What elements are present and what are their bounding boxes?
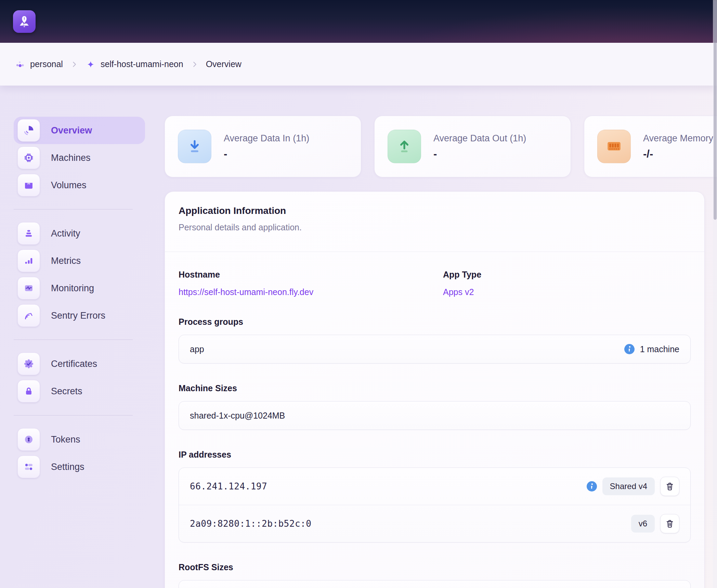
ip-addresses-label: IP addresses xyxy=(179,450,691,460)
pulse-screen-icon xyxy=(17,277,40,299)
sidebar-item-label: Monitoring xyxy=(51,283,94,294)
keyhole-icon xyxy=(17,428,40,451)
stat-cards-row: Average Data In (1h) - Average Data Out … xyxy=(165,116,717,177)
process-group-row: app 1 machine xyxy=(179,335,690,363)
delete-ip-button[interactable] xyxy=(660,477,679,496)
ip-addresses-box: 66.241.124.197 Shared v4 xyxy=(179,468,691,542)
app-type-label: App Type xyxy=(443,270,691,280)
stat-card-data-out: Average Data Out (1h) - xyxy=(374,116,571,177)
cpu-chip-icon xyxy=(17,146,40,169)
ip-address-v6: 2a09:8280:1::2b:b52c:0 xyxy=(190,519,311,529)
hostname-label: Hostname xyxy=(179,270,443,280)
bar-chart-icon xyxy=(17,250,40,272)
card-subtitle: Personal details and application. xyxy=(179,222,691,232)
stat-value: - xyxy=(433,148,526,160)
machine-size-row: shared-1x-cpu@1024MB xyxy=(179,401,690,430)
process-groups-box: app 1 machine xyxy=(179,335,691,363)
sidebar-item-label: Overview xyxy=(51,125,92,136)
sidebar-item-label: Tokens xyxy=(51,434,80,445)
stat-title: Average Data In (1h) xyxy=(224,133,309,144)
package-icon xyxy=(17,174,40,196)
machine-size-value: shared-1x-cpu@1024MB xyxy=(190,411,285,421)
machine-sizes-box: shared-1x-cpu@1024MB xyxy=(179,401,691,430)
sidebar-item-tokens[interactable]: Tokens xyxy=(14,426,145,453)
stat-value: - xyxy=(224,148,309,160)
lock-icon xyxy=(17,380,40,402)
info-icon[interactable] xyxy=(624,344,635,354)
sidebar-item-activity[interactable]: Activity xyxy=(14,220,145,247)
chevron-right-icon xyxy=(70,61,78,68)
organization-icon xyxy=(15,59,25,69)
app-header xyxy=(0,0,717,43)
breadcrumb-org[interactable]: personal xyxy=(15,59,63,69)
ip-type-badge: Shared v4 xyxy=(602,477,655,495)
stat-title: Average Memory xyxy=(643,133,713,144)
sidebar-nav: Overview Machines Volumes xyxy=(14,117,145,481)
fly-logo[interactable] xyxy=(13,10,36,33)
breadcrumb-app-label: self-host-umami-neon xyxy=(101,59,183,69)
sidebar-item-label: Volumes xyxy=(51,180,87,191)
rosette-check-icon xyxy=(17,353,40,375)
sidebar-item-metrics[interactable]: Metrics xyxy=(14,247,145,274)
stat-card-data-in: Average Data In (1h) - xyxy=(165,116,361,177)
breadcrumb-page: Overview xyxy=(206,59,242,69)
fly-balloon-icon xyxy=(17,14,32,29)
info-icon[interactable] xyxy=(587,481,597,491)
stat-card-memory: Average Memory -/- xyxy=(584,116,717,177)
sidebar-item-overview[interactable]: Overview xyxy=(14,117,145,144)
sidebar-item-label: Settings xyxy=(51,462,84,472)
card-title: Application Information xyxy=(179,205,691,216)
process-group-name: app xyxy=(190,344,204,354)
sidebar-item-secrets[interactable]: Secrets xyxy=(14,378,145,405)
sidebar-item-settings[interactable]: Settings xyxy=(14,453,145,481)
breadcrumb: personal self-host-umami-neon Overview xyxy=(0,43,717,86)
stat-title: Average Data Out (1h) xyxy=(433,133,526,144)
sidebar-item-label: Secrets xyxy=(51,386,82,397)
sidebar-item-machines[interactable]: Machines xyxy=(14,144,145,171)
trash-icon xyxy=(665,482,675,491)
scrollbar[interactable] xyxy=(713,0,717,588)
sidebar-item-label: Metrics xyxy=(51,256,81,266)
trash-icon xyxy=(665,519,675,528)
application-information-card: Application Information Personal details… xyxy=(165,191,705,588)
memory-icon xyxy=(597,130,631,163)
upload-icon xyxy=(388,130,421,163)
sidebar-divider xyxy=(14,209,133,209)
delete-ip-button[interactable] xyxy=(660,514,679,533)
sidebar-item-label: Machines xyxy=(51,153,91,163)
sidebar-item-monitoring[interactable]: Monitoring xyxy=(14,274,145,302)
download-icon xyxy=(178,130,211,163)
sentry-icon xyxy=(17,304,40,327)
app-type-link[interactable]: Apps v2 xyxy=(443,287,474,297)
machine-sizes-label: Machine Sizes xyxy=(179,383,691,393)
breadcrumb-page-label: Overview xyxy=(206,59,242,69)
sidebar-item-sentry-errors[interactable]: Sentry Errors xyxy=(14,302,145,329)
chevron-right-icon xyxy=(191,61,198,68)
ip-type-badge: v6 xyxy=(631,515,655,533)
ip-address-v4: 66.241.124.197 xyxy=(190,481,267,491)
breadcrumb-app[interactable]: self-host-umami-neon xyxy=(86,59,183,69)
main-content: Average Data In (1h) - Average Data Out … xyxy=(165,116,705,588)
pie-chart-icon xyxy=(17,119,40,142)
breadcrumb-org-label: personal xyxy=(30,59,63,69)
sidebar-item-certificates[interactable]: Certificates xyxy=(14,350,145,378)
app-type-field: App Type Apps v2 xyxy=(443,270,691,297)
machine-count: 1 machine xyxy=(640,344,679,354)
sidebar-item-label: Certificates xyxy=(51,359,97,369)
scrollbar-thumb[interactable] xyxy=(714,1,717,220)
process-groups-label: Process groups xyxy=(179,317,691,327)
sidebar-divider xyxy=(14,415,133,416)
app-sparkle-icon xyxy=(86,59,96,69)
ip-address-row: 2a09:8280:1::2b:b52c:0 v6 xyxy=(179,505,690,542)
sidebar-item-volumes[interactable]: Volumes xyxy=(14,171,145,199)
sidebar-divider xyxy=(14,340,133,340)
rootfs-box: 171 MB 1 machine xyxy=(179,580,691,588)
rootfs-sizes-label: RootFS Sizes xyxy=(179,562,691,572)
hostname-link[interactable]: https://self-host-umami-neon.fly.dev xyxy=(179,287,313,297)
stat-value: -/- xyxy=(643,148,713,160)
ip-address-row: 66.241.124.197 Shared v4 xyxy=(179,468,690,505)
hostname-field: Hostname https://self-host-umami-neon.fl… xyxy=(179,270,443,297)
toggles-icon xyxy=(17,456,40,478)
layers-icon xyxy=(17,222,40,245)
rootfs-row: 171 MB 1 machine xyxy=(179,580,690,588)
